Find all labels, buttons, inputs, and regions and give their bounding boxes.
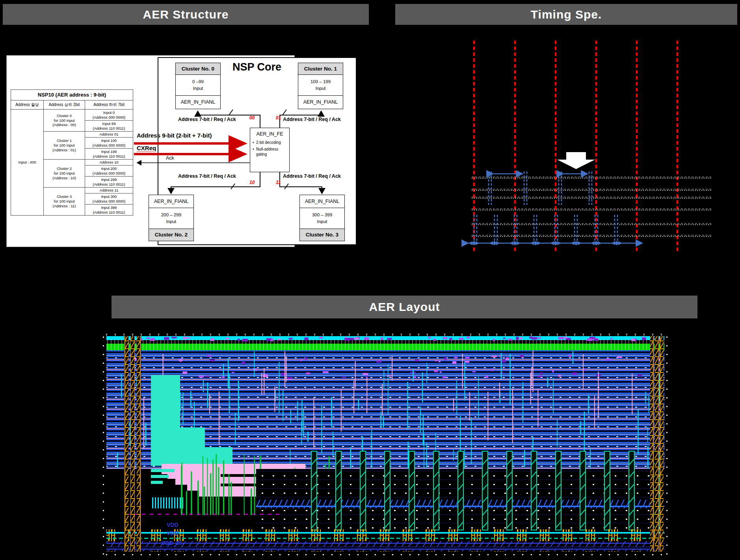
layout-section-header: AER Layout — [112, 296, 697, 318]
bus-code-10: 10 — [249, 180, 255, 185]
layout-section-title: AER Layout — [369, 300, 440, 314]
bus-label-11: Address 7-bit / Req / Ack — [283, 173, 341, 179]
bus-label-01: Address 7-bit / Req / Ack — [283, 117, 341, 122]
structure-section-title: AER Structure — [143, 8, 229, 21]
timing-tick-marks-upper — [489, 171, 592, 205]
structure-wires-graphic — [6, 55, 357, 246]
timing-section-header: Timing Spe. — [395, 4, 737, 25]
down-arrow-icon — [557, 152, 595, 169]
ack-label: Ack — [166, 155, 174, 161]
layout-teal-strips — [311, 451, 659, 530]
bus-code-00: 00 — [249, 115, 255, 121]
bus-label-10: Address 7-bit / Req / Ack — [178, 173, 236, 179]
layout-pink-tick-band — [106, 339, 664, 350]
bus-code-01: 01 — [276, 115, 281, 121]
structure-section-header: AER Structure — [3, 4, 369, 25]
chip-layout-image: VDD VDD VDD_DI — [102, 333, 670, 558]
bus-code-11: 11 — [276, 180, 281, 185]
layout-comb-structure — [152, 497, 183, 508]
bus-label-00: Address 7-bit / Req / Ack — [178, 117, 236, 122]
cxreq-label: CXReq — [137, 145, 156, 151]
timing-waveform-rows — [472, 177, 711, 236]
timing-section-title: Timing Spe. — [531, 8, 602, 21]
timing-diagram-graphic — [433, 32, 740, 260]
timing-red-dashed-lines — [474, 41, 677, 252]
vdd-label-mid: VDD — [167, 530, 178, 536]
slide-canvas: { "slide": {"bg": "#000000"}, "headers":… — [0, 0, 740, 560]
vdd-label-bottom: VDD_DI — [162, 540, 182, 546]
layout-bottom-power-strip — [106, 529, 664, 552]
vdd-label-top: VDD — [167, 522, 178, 528]
address9-label: Address 9-bit (2-bit + 7-bit) — [137, 132, 212, 139]
